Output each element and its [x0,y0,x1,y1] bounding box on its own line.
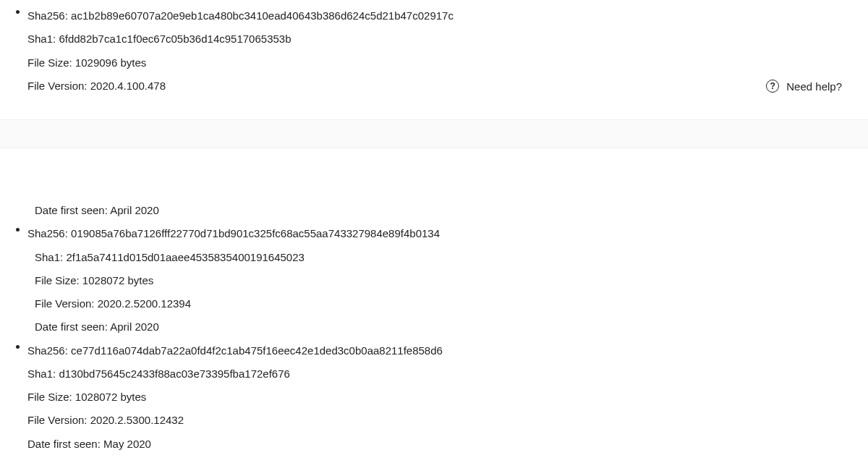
filesize-label: File Size: [27,56,75,69]
file-entry-section-bottom: Date first seen: April 2020 Sha256: 0190… [0,148,868,464]
sha256-line: Sha256: ac1b2b89e60707a20e9eb1ca480bc341… [27,4,868,27]
need-help-link[interactable]: ? Need help? [766,80,842,93]
sha256-label: Sha256: [27,344,71,357]
datefirst-line: Date first seen: April 2020 [35,315,868,339]
sha1-value: d130bd75645c2433f88ac03e73395fba172ef676 [59,367,289,380]
sha1-label: Sha1: [27,367,59,380]
fileversion-value: 2020.2.5200.12394 [98,297,191,310]
filesize-label: File Size: [35,274,82,286]
fileversion-line: File Version: 2020.4.100.478 [27,75,868,98]
fileversion-label: File Version: [27,414,90,426]
datefirst-value: April 2020 [110,320,159,333]
fileversion-label: File Version: [35,297,98,310]
datefirst-label: Date first seen: [27,438,103,450]
datefirst-value: April 2020 [110,204,159,216]
sha1-label: Sha1: [35,251,66,263]
question-circle-icon: ? [766,80,779,93]
sha1-line: Sha1: 6fdd82b7ca1c1f0ec67c05b36d14c95170… [27,27,868,51]
sha1-value: 2f1a5a7411d015d01aaee4535835400191645023 [66,251,305,263]
filesize-line: File Size: 1028072 bytes [35,269,868,292]
filesize-line: File Size: 1029096 bytes [27,51,868,75]
sha256-value: ce77d116a074dab7a22a0fd4f2c1ab475f16eec4… [71,344,443,357]
filesize-value: 1028072 bytes [75,391,146,403]
file-entry-item: Sha256: 019085a76ba7126fff22770d71bd901c… [0,222,868,339]
sha1-line: Sha1: d130bd75645c2433f88ac03e73395fba17… [27,362,868,386]
sha256-value: 019085a76ba7126fff22770d71bd901c325fc68a… [71,227,440,239]
filesize-value: 1029096 bytes [75,56,146,69]
datefirst-value: May 2020 [103,438,151,450]
file-entry-item: Sha256: ac1b2b89e60707a20e9eb1ca480bc341… [0,4,868,98]
sha256-label: Sha256: [27,227,71,239]
section-spacer [0,119,868,148]
sha256-line: Sha256: ce77d116a074dab7a22a0fd4f2c1ab47… [27,339,868,362]
sha256-value: ac1b2b89e60707a20e9eb1ca480bc3410ead4064… [71,9,454,22]
sha1-value: 6fdd82b7ca1c1f0ec67c05b36d14c9517065353b [59,33,291,45]
fileversion-line: File Version: 2020.2.5300.12432 [27,409,868,432]
help-label: Need help? [786,80,842,93]
file-entry-section-top: Sha256: ac1b2b89e60707a20e9eb1ca480bc341… [0,0,868,119]
file-entry-item: Sha256: ce77d116a074dab7a22a0fd4f2c1ab47… [0,339,868,456]
datefirst-line: Date first seen: May 2020 [27,433,868,456]
fileversion-line: File Version: 2020.2.5200.12394 [35,292,868,315]
fileversion-value: 2020.2.5300.12432 [90,414,184,426]
filesize-label: File Size: [27,391,75,403]
datefirst-line: Date first seen: April 2020 [0,199,868,222]
datefirst-label: Date first seen: [35,320,110,333]
sha1-label: Sha1: [27,33,59,45]
filesize-line: File Size: 1028072 bytes [27,386,868,409]
datefirst-label: Date first seen: [35,204,110,216]
fileversion-label: File Version: [27,80,90,92]
sha1-line: Sha1: 2f1a5a7411d015d01aaee4535835400191… [35,246,868,269]
filesize-value: 1028072 bytes [82,274,153,286]
sha256-line: Sha256: 019085a76ba7126fff22770d71bd901c… [27,222,868,245]
sha256-label: Sha256: [27,9,71,22]
fileversion-value: 2020.4.100.478 [90,80,166,92]
